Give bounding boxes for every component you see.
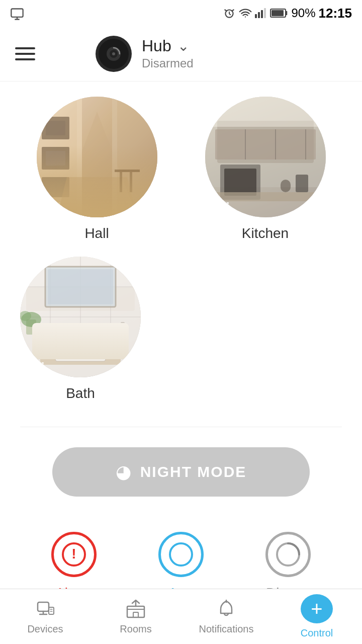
bottom-nav: Devices Rooms Notifications + Control [0, 589, 362, 644]
room-circle-kitchen [205, 97, 326, 217]
svg-rect-24 [205, 97, 326, 127]
nav-control[interactable]: + Control [272, 589, 362, 644]
night-mode-button[interactable]: ◕ NIGHT MODE [52, 447, 310, 497]
hall-image [37, 97, 157, 217]
arm-circle [158, 532, 204, 577]
svg-rect-26 [215, 129, 316, 159]
svg-point-55 [170, 543, 192, 566]
svg-rect-46 [55, 343, 106, 361]
bath-image [20, 257, 141, 377]
svg-rect-17 [46, 151, 65, 166]
hub-info: Hub ⌄ Disarmed [142, 37, 194, 70]
room-circle-bath [20, 257, 141, 377]
room-circle-hall [37, 97, 157, 217]
app-header: Hub ⌄ Disarmed [0, 26, 362, 82]
kitchen-image [205, 97, 326, 217]
alarm-circle: ! [51, 532, 97, 577]
svg-rect-34 [296, 175, 308, 192]
room-item-bath[interactable]: Bath [20, 257, 141, 401]
status-bar: 90% 12:15 [0, 0, 362, 26]
section-divider [20, 427, 342, 427]
svg-rect-58 [49, 607, 54, 614]
svg-text:!: ! [71, 546, 76, 561]
svg-rect-0 [11, 9, 23, 17]
nav-notifications-label: Notifications [199, 623, 254, 635]
svg-rect-12 [37, 97, 82, 217]
hall-spinner [42, 192, 62, 212]
hub-logo [96, 36, 132, 72]
menu-button[interactable] [15, 47, 35, 60]
nav-control-add-btn[interactable]: + [301, 594, 333, 623]
bath-label: Bath [66, 385, 95, 401]
main-content: Hall [0, 82, 362, 631]
svg-rect-44 [48, 269, 113, 304]
svg-rect-21 [120, 172, 122, 192]
svg-point-36 [213, 195, 228, 210]
room-item-kitchen[interactable]: Kitchen [189, 97, 342, 242]
svg-rect-47 [76, 341, 84, 345]
svg-point-10 [112, 52, 115, 55]
svg-rect-22 [130, 172, 132, 192]
nav-notifications[interactable]: Notifications [181, 589, 272, 644]
svg-rect-16 [42, 147, 69, 170]
kitchen-spinner [210, 192, 230, 212]
room-grid: Hall [20, 97, 342, 242]
battery-text: 90% [291, 6, 315, 20]
hall-label: Hall [84, 225, 109, 242]
nav-control-label: Control [301, 627, 333, 639]
hub-dropdown-icon[interactable]: ⌄ [177, 38, 189, 54]
svg-rect-18 [42, 177, 69, 197]
night-mode-text: NIGHT MODE [140, 463, 247, 480]
svg-point-52 [28, 355, 43, 370]
bath-spinner [25, 352, 45, 372]
nav-rooms-label: Rooms [120, 623, 151, 635]
svg-rect-15 [46, 121, 65, 135]
hub-status: Disarmed [142, 56, 194, 70]
status-icons: 90% 12:15 [223, 6, 352, 21]
time-text: 12:15 [319, 6, 352, 21]
svg-rect-5 [264, 8, 266, 18]
svg-rect-7 [272, 10, 284, 16]
svg-rect-4 [261, 10, 263, 18]
nav-devices[interactable]: Devices [0, 589, 90, 644]
svg-rect-20 [115, 170, 140, 172]
svg-rect-3 [258, 12, 260, 18]
svg-rect-31 [224, 169, 256, 196]
nav-rooms[interactable]: Rooms [90, 589, 181, 644]
disarm-circle [265, 532, 311, 577]
night-mode-icon: ◕ [116, 461, 131, 482]
hub-name: Hub [142, 37, 171, 55]
svg-marker-19 [57, 177, 137, 217]
status-bar-left [10, 7, 24, 23]
svg-rect-13 [112, 97, 157, 217]
svg-rect-33 [281, 180, 291, 192]
svg-rect-51 [121, 322, 125, 347]
svg-rect-60 [133, 612, 138, 617]
svg-rect-2 [255, 14, 257, 18]
kitchen-label: Kitchen [242, 225, 289, 242]
room-item-hall[interactable]: Hall [20, 97, 173, 242]
svg-rect-57 [38, 602, 49, 611]
nav-devices-label: Devices [27, 623, 63, 635]
bath-row: Bath [20, 257, 342, 401]
svg-point-23 [44, 195, 59, 210]
